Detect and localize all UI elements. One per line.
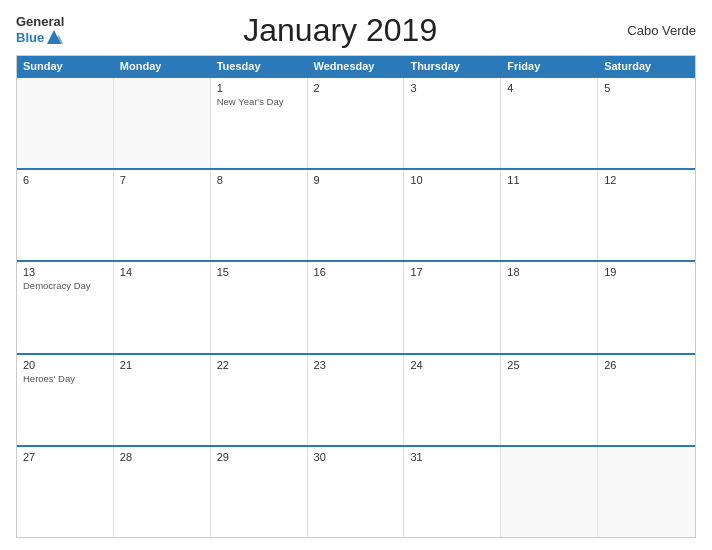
logo-icon <box>45 28 63 46</box>
col-header-friday: Friday <box>501 56 598 76</box>
col-header-sunday: Sunday <box>17 56 114 76</box>
cal-cell-6: 6 <box>17 170 114 260</box>
cal-cell-28: 28 <box>114 447 211 537</box>
logo-blue-text: Blue <box>16 31 44 44</box>
day-number: 30 <box>314 451 398 463</box>
cal-cell-4: 4 <box>501 78 598 168</box>
day-number: 28 <box>120 451 204 463</box>
day-number: 17 <box>410 266 494 278</box>
day-number: 7 <box>120 174 204 186</box>
cal-cell-29: 29 <box>211 447 308 537</box>
day-number: 22 <box>217 359 301 371</box>
cal-cell-empty <box>17 78 114 168</box>
cal-cell-31: 31 <box>404 447 501 537</box>
day-number: 15 <box>217 266 301 278</box>
day-number: 6 <box>23 174 107 186</box>
cal-cell-14: 14 <box>114 262 211 352</box>
cal-cell-8: 8 <box>211 170 308 260</box>
day-number: 31 <box>410 451 494 463</box>
calendar-page: General Blue January 2019 Cabo Verde Sun… <box>0 0 712 550</box>
day-number: 18 <box>507 266 591 278</box>
day-number: 25 <box>507 359 591 371</box>
day-number: 9 <box>314 174 398 186</box>
cal-cell-12: 12 <box>598 170 695 260</box>
col-header-tuesday: Tuesday <box>211 56 308 76</box>
cal-cell-16: 16 <box>308 262 405 352</box>
day-number: 10 <box>410 174 494 186</box>
cal-cell-5: 5 <box>598 78 695 168</box>
cal-cell-10: 10 <box>404 170 501 260</box>
col-header-monday: Monday <box>114 56 211 76</box>
day-number: 23 <box>314 359 398 371</box>
cal-cell-17: 17 <box>404 262 501 352</box>
cal-cell-2: 2 <box>308 78 405 168</box>
day-number: 24 <box>410 359 494 371</box>
day-number: 26 <box>604 359 689 371</box>
cal-cell-20: 20 Heroes' Day <box>17 355 114 445</box>
day-number: 13 <box>23 266 107 278</box>
country-name: Cabo Verde <box>616 23 696 38</box>
cal-cell-15: 15 <box>211 262 308 352</box>
cal-cell-empty <box>501 447 598 537</box>
day-number: 20 <box>23 359 107 371</box>
day-number: 16 <box>314 266 398 278</box>
holiday-label: Heroes' Day <box>23 373 107 385</box>
cal-cell-22: 22 <box>211 355 308 445</box>
cal-cell-30: 30 <box>308 447 405 537</box>
day-number: 2 <box>314 82 398 94</box>
cal-cell-23: 23 <box>308 355 405 445</box>
week-row-5: 27 28 29 30 31 <box>17 445 695 537</box>
cal-cell-11: 11 <box>501 170 598 260</box>
day-number: 29 <box>217 451 301 463</box>
cal-cell-27: 27 <box>17 447 114 537</box>
holiday-label: Democracy Day <box>23 280 107 292</box>
day-number: 3 <box>410 82 494 94</box>
day-number: 11 <box>507 174 591 186</box>
cal-cell-7: 7 <box>114 170 211 260</box>
col-header-thursday: Thursday <box>404 56 501 76</box>
day-number: 27 <box>23 451 107 463</box>
day-number: 5 <box>604 82 689 94</box>
day-number: 12 <box>604 174 689 186</box>
day-number: 14 <box>120 266 204 278</box>
day-number: 8 <box>217 174 301 186</box>
month-title: January 2019 <box>64 12 616 49</box>
cal-cell-25: 25 <box>501 355 598 445</box>
cal-cell-3: 3 <box>404 78 501 168</box>
col-header-wednesday: Wednesday <box>308 56 405 76</box>
week-row-1: 1 New Year's Day 2 3 4 5 <box>17 76 695 168</box>
cal-cell-9: 9 <box>308 170 405 260</box>
day-number: 21 <box>120 359 204 371</box>
header: General Blue January 2019 Cabo Verde <box>16 12 696 49</box>
cal-cell-18: 18 <box>501 262 598 352</box>
logo: General Blue <box>16 15 64 46</box>
cal-cell-1: 1 New Year's Day <box>211 78 308 168</box>
cal-cell-21: 21 <box>114 355 211 445</box>
holiday-label: New Year's Day <box>217 96 301 108</box>
logo-general-text: General <box>16 15 64 28</box>
col-header-saturday: Saturday <box>598 56 695 76</box>
calendar-grid: Sunday Monday Tuesday Wednesday Thursday… <box>16 55 696 538</box>
day-number: 4 <box>507 82 591 94</box>
week-row-2: 6 7 8 9 10 11 12 <box>17 168 695 260</box>
day-number: 1 <box>217 82 301 94</box>
cal-cell-26: 26 <box>598 355 695 445</box>
cal-cell-13: 13 Democracy Day <box>17 262 114 352</box>
day-number: 19 <box>604 266 689 278</box>
week-row-3: 13 Democracy Day 14 15 16 17 18 19 <box>17 260 695 352</box>
cal-cell-empty <box>598 447 695 537</box>
cal-cell-19: 19 <box>598 262 695 352</box>
cal-cell-empty <box>114 78 211 168</box>
cal-cell-24: 24 <box>404 355 501 445</box>
week-row-4: 20 Heroes' Day 21 22 23 24 25 26 <box>17 353 695 445</box>
calendar-header-row: Sunday Monday Tuesday Wednesday Thursday… <box>17 56 695 76</box>
